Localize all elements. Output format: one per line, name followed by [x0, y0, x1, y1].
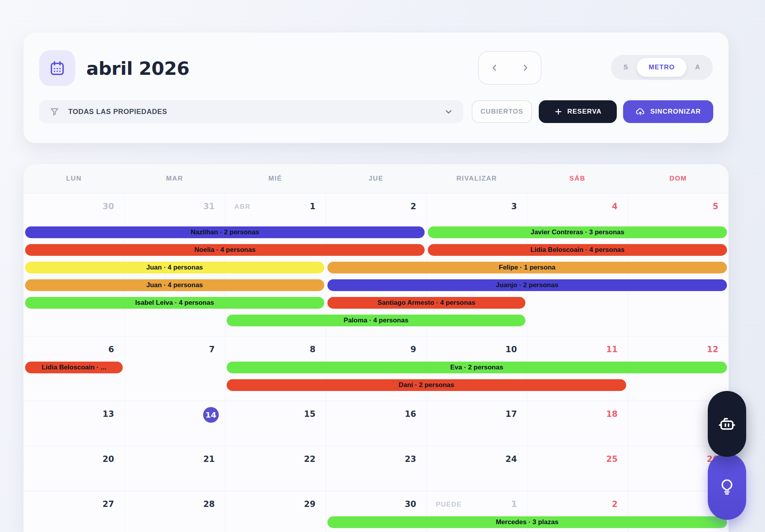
weekday-label: DOM [628, 175, 729, 183]
reservation-bar[interactable]: Eva · 2 personas [227, 362, 727, 373]
header-toolbar-row: TODAS LAS PROPIEDADES CUBIERTOS RESERVA … [39, 100, 713, 123]
chevron-right-icon [520, 63, 531, 73]
day-cell[interactable]: 11 [527, 337, 628, 362]
date-number: 16 [405, 409, 416, 419]
reservation-bar[interactable]: Javier Contreras · 3 personas [428, 226, 727, 238]
day-cell[interactable]: 18 [527, 401, 628, 426]
reservation-bars-area [24, 471, 729, 491]
date-number: 15 [304, 409, 315, 419]
day-cell[interactable]: 15 [225, 401, 326, 426]
reservation-bar[interactable]: Lidia Beloscoain · ... [25, 362, 123, 373]
weekday-label: MIÉ [225, 175, 326, 183]
reservation-lane: Dani · 2 personas [24, 379, 729, 391]
week-date-row: 3031ABR12345 [24, 194, 729, 226]
week-date-row: 27282930PUEDE123 [24, 491, 729, 516]
month-nav [478, 51, 541, 85]
property-filter-select[interactable]: TODAS LAS PROPIEDADES [39, 100, 463, 123]
view-toggle-option-metro[interactable]: METRO [637, 58, 686, 77]
date-number: 12 [707, 345, 718, 354]
day-cell[interactable]: ABR1 [225, 194, 326, 226]
day-cell[interactable]: 8 [225, 337, 326, 362]
header-top-row: abril 2026 SMETROA [39, 50, 713, 86]
day-cell[interactable]: 16 [326, 401, 427, 426]
day-cell[interactable]: 4 [527, 194, 628, 226]
day-cell[interactable]: 24 [426, 446, 527, 471]
reservation-bar[interactable]: Noelia · 4 personas [25, 244, 425, 256]
day-cell[interactable]: 29 [225, 491, 326, 516]
day-cell[interactable]: 20 [24, 446, 124, 471]
day-cell[interactable]: 2 [527, 491, 628, 516]
calendar-card: LUNMARMIÉJUERIVALIZARSÁBDOM 3031ABR12345… [24, 164, 729, 532]
date-number: 31 [203, 202, 214, 211]
day-cell[interactable]: 13 [24, 401, 124, 426]
calendar-week: 13141516171819 [24, 401, 729, 446]
chevron-down-icon [444, 107, 453, 116]
cubiertos-button[interactable]: CUBIERTOS [472, 100, 532, 123]
day-cell[interactable]: 21 [124, 446, 225, 471]
date-number: 2 [411, 202, 416, 211]
reservation-bar[interactable]: Paloma · 4 personas [227, 315, 526, 326]
day-cell[interactable]: 28 [124, 491, 225, 516]
view-toggle-option-s[interactable]: S [615, 63, 637, 71]
weekday-header-row: LUNMARMIÉJUERIVALIZARSÁBDOM [24, 164, 729, 194]
assistant-robot-button[interactable] [708, 391, 746, 457]
calendar-icon [49, 60, 65, 76]
reservation-bar[interactable]: Juanjo · 2 personas [327, 279, 727, 291]
reservation-bar[interactable]: Juan · 4 personas [25, 262, 324, 273]
day-cell[interactable]: 14 [124, 401, 225, 426]
date-number: 1 [511, 499, 517, 509]
add-reservation-button[interactable]: RESERVA [539, 100, 617, 123]
header-card: abril 2026 SMETROA TODAS LAS PROPIEDA [24, 33, 729, 143]
reservation-bar[interactable]: Dani · 2 personas [227, 379, 626, 391]
date-number: 28 [203, 499, 214, 509]
day-cell[interactable]: PUEDE1 [426, 491, 527, 516]
reservation-bars-area: Nazlihan · 2 personasJavier Contreras · … [24, 226, 729, 336]
day-cell[interactable]: 6 [24, 337, 124, 362]
day-cell[interactable]: 2 [326, 194, 427, 226]
day-cell[interactable]: 30 [24, 194, 124, 226]
day-cell[interactable]: 9 [326, 337, 427, 362]
calendar-week: 27282930PUEDE123Mercedes · 3 plazas [24, 491, 729, 532]
view-toggle: SMETROA [611, 55, 713, 80]
day-cell[interactable]: 22 [225, 446, 326, 471]
day-cell[interactable]: 25 [527, 446, 628, 471]
view-toggle-option-a[interactable]: A [687, 63, 709, 71]
calendar-grid: 3031ABR12345Nazlihan · 2 personasJavier … [24, 194, 729, 532]
sync-button[interactable]: SINCRONIZAR [623, 100, 713, 123]
day-cell[interactable]: 23 [326, 446, 427, 471]
weekday-label: JUE [326, 175, 427, 183]
day-cell[interactable]: 30 [326, 491, 427, 516]
day-cell[interactable]: 31 [124, 194, 225, 226]
reservation-bar[interactable]: Isabel Leiva · 4 personas [25, 297, 324, 309]
date-number: 29 [304, 499, 315, 509]
day-cell[interactable]: 17 [426, 401, 527, 426]
date-number: 10 [505, 345, 517, 354]
next-month-button[interactable] [510, 52, 541, 84]
reservation-bar[interactable]: Juan · 4 personas [25, 279, 324, 291]
day-cell[interactable]: 7 [124, 337, 225, 362]
reservation-bar[interactable]: Felipe · 1 persona [327, 262, 727, 273]
chevron-left-icon [489, 63, 500, 73]
day-cell[interactable]: 5 [628, 194, 729, 226]
prev-month-button[interactable] [479, 52, 510, 84]
reservation-lane: Lidia Beloscoain · ...Eva · 2 personas [24, 362, 729, 373]
date-number: 11 [606, 345, 618, 354]
ideas-lightbulb-button[interactable] [708, 453, 746, 520]
day-cell[interactable]: 27 [24, 491, 124, 516]
day-cell[interactable]: 10 [426, 337, 527, 362]
reservation-lane: Juan · 4 personasFelipe · 1 persona [24, 262, 729, 273]
date-number: 17 [505, 409, 517, 419]
month-prefix-label: ABR [234, 202, 251, 211]
date-number: 1 [310, 202, 316, 211]
calendar-week: 3031ABR12345Nazlihan · 2 personasJavier … [24, 194, 729, 337]
day-cell[interactable]: 12 [628, 337, 729, 362]
reservation-bar[interactable]: Santiago Armesto · 4 personas [327, 297, 526, 309]
date-number: 25 [606, 454, 618, 464]
reservation-bar[interactable]: Nazlihan · 2 personas [25, 226, 425, 238]
reservation-bar[interactable]: Lidia Beloscoain · 4 personas [428, 244, 727, 256]
weekday-label: MAR [124, 175, 225, 183]
reservation-bar[interactable]: Mercedes · 3 plazas [327, 516, 727, 528]
day-cell[interactable]: 3 [426, 194, 527, 226]
robot-icon [718, 414, 736, 433]
sync-button-label: SINCRONIZAR [650, 108, 701, 116]
